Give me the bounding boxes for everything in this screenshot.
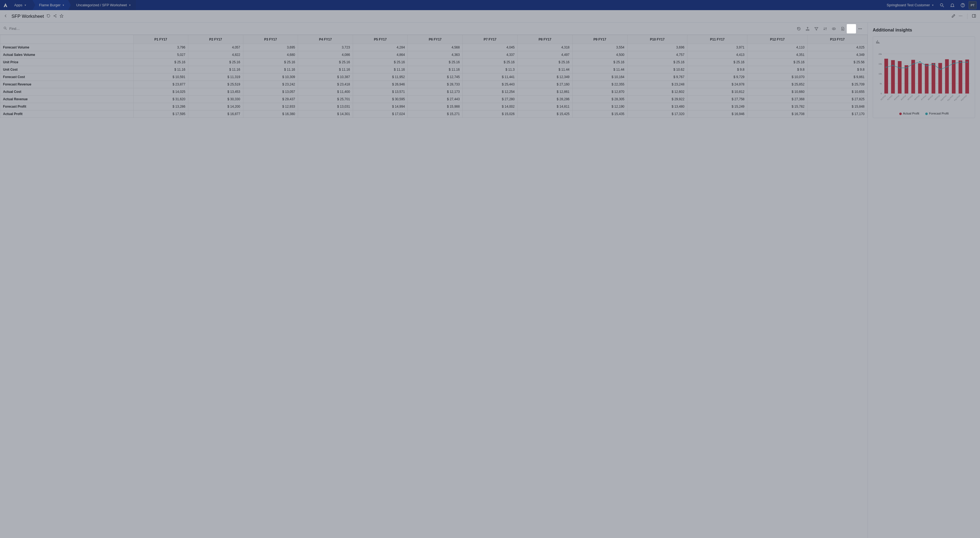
grid-cell[interactable]: $ 26,946 bbox=[353, 81, 408, 88]
grid-cell[interactable]: $ 25.56 bbox=[807, 59, 867, 66]
export-icon[interactable] bbox=[803, 25, 812, 33]
grid-cell[interactable]: $ 25,709 bbox=[807, 81, 867, 88]
grid-cell[interactable]: $ 15,026 bbox=[463, 110, 517, 118]
grid-cell[interactable]: $ 27,368 bbox=[748, 96, 807, 103]
grid-cell[interactable]: 4,757 bbox=[627, 51, 687, 59]
grid-cell[interactable]: $ 25,443 bbox=[463, 81, 517, 88]
grid-cell[interactable]: $ 28,305 bbox=[573, 96, 627, 103]
grid-cell[interactable]: $ 11.16 bbox=[408, 66, 463, 73]
grid-cell[interactable]: 4,025 bbox=[807, 44, 867, 51]
grid-cell[interactable]: 3,695 bbox=[243, 44, 298, 51]
grid-cell[interactable]: $ 10,387 bbox=[298, 73, 353, 81]
grid-cell[interactable]: $ 11.44 bbox=[517, 66, 573, 73]
grid-cell[interactable]: $ 10.62 bbox=[627, 66, 687, 73]
grid-cell[interactable]: $ 16,380 bbox=[243, 110, 298, 118]
column-header[interactable]: P12 FY17 bbox=[748, 35, 807, 44]
grid-cell[interactable]: $ 11,952 bbox=[353, 73, 408, 81]
grid-cell[interactable]: $ 12,861 bbox=[517, 88, 573, 96]
grid-cell[interactable]: 4,864 bbox=[353, 51, 408, 59]
search-icon[interactable] bbox=[937, 0, 947, 10]
grid-cell[interactable]: $ 14,002 bbox=[463, 103, 517, 110]
grid-cell[interactable]: $ 10,070 bbox=[748, 73, 807, 81]
grid-cell[interactable]: $ 12,602 bbox=[627, 88, 687, 96]
breadcrumb-model[interactable]: Flame Burger▾ bbox=[33, 0, 71, 10]
row-header[interactable]: Forecast Volume bbox=[0, 44, 134, 51]
grid-cell[interactable]: $ 13,571 bbox=[353, 88, 408, 96]
grid-cell[interactable]: 4,349 bbox=[807, 51, 867, 59]
grid-cell[interactable]: 4,680 bbox=[243, 51, 298, 59]
grid-cell[interactable]: $ 14,994 bbox=[353, 103, 408, 110]
grid-cell[interactable]: 4,086 bbox=[298, 51, 353, 59]
grid-cell[interactable]: $ 15,782 bbox=[748, 103, 807, 110]
grid-cell[interactable]: $ 16,708 bbox=[748, 110, 807, 118]
grid-cell[interactable]: 4,057 bbox=[188, 44, 243, 51]
column-header[interactable]: P13 FY17 bbox=[807, 35, 867, 44]
grid-cell[interactable]: $ 10,655 bbox=[807, 88, 867, 96]
grid-cell[interactable]: $ 25.16 bbox=[573, 59, 627, 66]
grid-cell[interactable]: $ 25.16 bbox=[748, 59, 807, 66]
grid-cell[interactable]: $ 9.8 bbox=[807, 66, 867, 73]
grid-cell[interactable]: $ 16,946 bbox=[687, 110, 747, 118]
grid-cell[interactable]: $ 11.16 bbox=[243, 66, 298, 73]
breadcrumb-page[interactable]: Uncategorized / SFP Worksheet▾ bbox=[68, 0, 136, 10]
grid-cell[interactable]: $ 25.16 bbox=[517, 59, 573, 66]
row-header[interactable]: Forecast Cost bbox=[0, 73, 134, 81]
view-icon[interactable] bbox=[830, 25, 838, 33]
grid-cell[interactable]: 4,822 bbox=[188, 51, 243, 59]
grid-cell[interactable]: $ 15,249 bbox=[687, 103, 747, 110]
grid-cell[interactable]: $ 15,435 bbox=[573, 110, 627, 118]
row-header[interactable]: Unit Cost bbox=[0, 66, 134, 73]
grid-cell[interactable]: $ 9,767 bbox=[627, 73, 687, 81]
grid-cell[interactable]: $ 14,301 bbox=[298, 110, 353, 118]
grid-cell[interactable]: 3,696 bbox=[627, 44, 687, 51]
back-button[interactable] bbox=[4, 14, 8, 19]
column-header[interactable]: P4 FY17 bbox=[298, 35, 353, 44]
row-header[interactable]: Actual Cost bbox=[0, 88, 134, 96]
grid-cell[interactable]: $ 14,025 bbox=[133, 88, 188, 96]
column-header[interactable]: P5 FY17 bbox=[353, 35, 408, 44]
grid-cell[interactable]: 5,027 bbox=[133, 51, 188, 59]
grid-cell[interactable]: $ 25.16 bbox=[463, 59, 517, 66]
grid-cell[interactable]: $ 25.16 bbox=[188, 59, 243, 66]
grid-cell[interactable]: 4,351 bbox=[748, 51, 807, 59]
grid-cell[interactable]: $ 10,309 bbox=[243, 73, 298, 81]
grid-cell[interactable]: $ 14,200 bbox=[188, 103, 243, 110]
grid-cell[interactable]: $ 9.8 bbox=[748, 66, 807, 73]
grid-cell[interactable]: 4,413 bbox=[687, 51, 747, 59]
grid-cell[interactable]: $ 25,852 bbox=[748, 81, 807, 88]
grid-cell[interactable]: 4,318 bbox=[517, 44, 573, 51]
history-icon[interactable] bbox=[795, 25, 803, 33]
grid-cell[interactable]: $ 25.16 bbox=[687, 59, 747, 66]
grid-cell[interactable]: $ 11.16 bbox=[353, 66, 408, 73]
apps-menu[interactable]: Apps▾ bbox=[11, 0, 31, 10]
grid-cell[interactable]: $ 24,978 bbox=[687, 81, 747, 88]
search-input[interactable] bbox=[9, 27, 64, 31]
grid-cell[interactable]: $ 13,453 bbox=[188, 88, 243, 96]
grid-cell[interactable]: $ 12,173 bbox=[408, 88, 463, 96]
grid-cell[interactable]: $ 27,825 bbox=[807, 96, 867, 103]
grid-cell[interactable]: $ 14,811 bbox=[517, 103, 573, 110]
grid-cell[interactable]: $ 13,057 bbox=[243, 88, 298, 96]
help-icon[interactable] bbox=[958, 0, 967, 10]
grid-cell[interactable]: $ 25.16 bbox=[298, 59, 353, 66]
grid-cell[interactable]: 4,363 bbox=[408, 51, 463, 59]
grid-cell[interactable]: $ 11.44 bbox=[573, 66, 627, 73]
grid-cell[interactable]: $ 25.16 bbox=[627, 59, 687, 66]
grid-cell[interactable]: $ 23,418 bbox=[298, 81, 353, 88]
grid-cell[interactable]: $ 17,170 bbox=[807, 110, 867, 118]
grid-cell[interactable]: $ 9.8 bbox=[687, 66, 747, 73]
grid-cell[interactable]: $ 13,286 bbox=[133, 103, 188, 110]
column-header[interactable]: P9 FY17 bbox=[573, 35, 627, 44]
grid-cell[interactable]: $ 31,620 bbox=[133, 96, 188, 103]
column-header[interactable]: P8 FY17 bbox=[517, 35, 573, 44]
grid-cell[interactable]: 4,497 bbox=[517, 51, 573, 59]
panel-toggle-icon[interactable] bbox=[972, 14, 976, 19]
grid-cell[interactable]: $ 27,280 bbox=[463, 96, 517, 103]
chart-card[interactable]: 05k10k15k20kP1 FY17P2 FY17P3 FY17P4 FY17… bbox=[873, 37, 975, 118]
user-avatar[interactable]: PT bbox=[969, 1, 977, 9]
grid-cell[interactable]: $ 10,591 bbox=[133, 73, 188, 81]
grid-cell[interactable]: $ 25,519 bbox=[188, 81, 243, 88]
column-header[interactable]: P10 FY17 bbox=[627, 35, 687, 44]
grid-cell[interactable]: 4,045 bbox=[463, 44, 517, 51]
grid-cell[interactable]: $ 29,922 bbox=[627, 96, 687, 103]
